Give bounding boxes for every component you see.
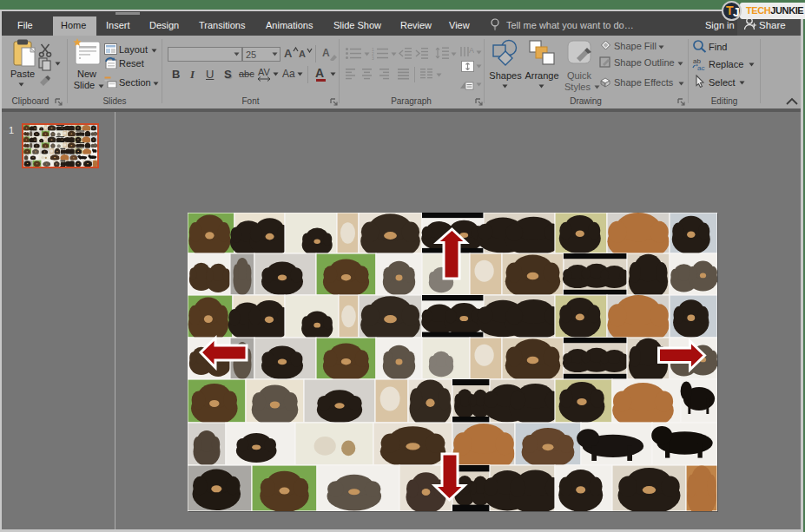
svg-text:3: 3 — [372, 56, 374, 60]
svg-text:ac: ac — [697, 64, 704, 71]
svg-text:A: A — [469, 46, 474, 55]
